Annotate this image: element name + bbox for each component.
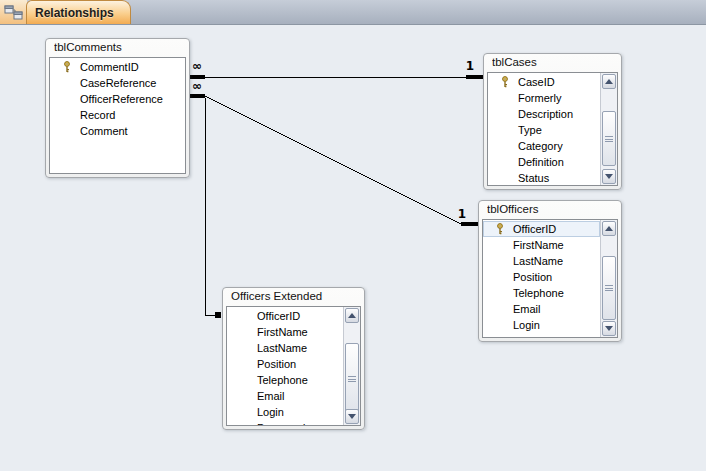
- field-name: Telephone: [257, 374, 308, 386]
- thumb-grip-icon: [348, 376, 356, 382]
- arrow-down-icon: [605, 174, 613, 179]
- field-row[interactable]: Password: [227, 420, 343, 426]
- field-row[interactable]: LastName: [483, 253, 600, 269]
- field-list-body: CommentID CaseReference OfficerReference…: [49, 57, 186, 174]
- arrow-down-icon: [348, 414, 356, 419]
- field-list-officers-extended[interactable]: Officers Extended OfficerID FirstName La…: [222, 287, 365, 430]
- field-name: Password: [513, 335, 561, 338]
- primary-key-icon: [494, 223, 506, 235]
- relationships-icon: [4, 4, 23, 21]
- scroll-up-button[interactable]: [345, 308, 359, 323]
- field-row[interactable]: Description: [488, 106, 600, 122]
- field-row[interactable]: Position: [483, 269, 600, 285]
- arrow-up-icon: [605, 226, 613, 231]
- field-name: Login: [513, 319, 540, 331]
- field-row[interactable]: CaseID: [488, 74, 600, 90]
- one-symbol-comments-cases: 1: [460, 60, 480, 72]
- vertical-scrollbar[interactable]: [600, 220, 617, 337]
- field-name: Password: [257, 422, 305, 426]
- field-name: Position: [257, 358, 296, 370]
- field-row[interactable]: FirstName: [483, 237, 600, 253]
- scrollbar-thumb[interactable]: [602, 111, 616, 166]
- field-row[interactable]: Comment: [50, 123, 185, 139]
- scroll-down-button[interactable]: [345, 409, 359, 424]
- field-row[interactable]: Definition: [488, 154, 600, 170]
- field-row-selected[interactable]: OfficerID: [483, 221, 600, 237]
- many-symbol-comments-cases: ∞: [188, 60, 206, 72]
- field-name: Definition: [518, 156, 564, 168]
- field-row[interactable]: Email: [227, 388, 343, 404]
- arrow-down-icon: [605, 326, 613, 331]
- field-name: OfficerReference: [80, 93, 163, 105]
- field-name: Description: [518, 108, 573, 120]
- field-name: CommentID: [80, 61, 139, 73]
- field-list-body: OfficerID FirstName LastName Position Te…: [482, 219, 618, 338]
- field-list-body: CaseID Formerly Description Type Categor…: [487, 72, 618, 186]
- scroll-up-button[interactable]: [602, 221, 616, 236]
- field-row[interactable]: Status: [488, 170, 600, 186]
- arrow-up-icon: [348, 313, 356, 318]
- arrow-up-icon: [605, 79, 613, 84]
- field-name: CaseID: [518, 76, 555, 88]
- field-row[interactable]: Formerly: [488, 90, 600, 106]
- primary-key-icon: [499, 76, 511, 88]
- one-symbol-comments-officers: 1: [452, 208, 472, 220]
- field-row[interactable]: FirstName: [227, 324, 343, 340]
- field-name: FirstName: [513, 239, 564, 251]
- field-list-tblOfficers[interactable]: tblOfficers OfficerID FirstName LastName…: [478, 200, 622, 342]
- many-symbol-comments-officers: ∞: [188, 80, 206, 92]
- field-name: CaseReference: [80, 77, 156, 89]
- field-name: OfficerID: [257, 310, 300, 322]
- field-name: Formerly: [518, 92, 561, 104]
- field-list-title[interactable]: tblOfficers: [487, 203, 617, 218]
- field-row[interactable]: CaseReference: [50, 75, 185, 91]
- field-list-tblComments[interactable]: tblComments CommentID CaseReference Offi…: [45, 38, 190, 178]
- field-row[interactable]: Category: [488, 138, 600, 154]
- scrollbar-thumb[interactable]: [602, 256, 616, 320]
- field-name: Login: [257, 406, 284, 418]
- field-row[interactable]: CommentID: [50, 59, 185, 75]
- field-row[interactable]: OfficerID: [227, 308, 343, 324]
- field-name: Email: [257, 390, 285, 402]
- field-row[interactable]: Position: [227, 356, 343, 372]
- field-row[interactable]: Login: [227, 404, 343, 420]
- field-list-title[interactable]: tblCases: [492, 56, 617, 71]
- field-row[interactable]: Email: [483, 301, 600, 317]
- field-row[interactable]: OfficerReference: [50, 91, 185, 107]
- field-name: LastName: [257, 342, 307, 354]
- tab-relationships[interactable]: Relationships: [26, 0, 131, 24]
- vertical-scrollbar[interactable]: [343, 307, 360, 425]
- field-list-title[interactable]: tblComments: [54, 41, 185, 56]
- field-name: Position: [513, 271, 552, 283]
- field-row[interactable]: LastName: [227, 340, 343, 356]
- field-name: Record: [80, 109, 115, 121]
- field-row[interactable]: Login: [483, 317, 600, 333]
- scroll-down-button[interactable]: [602, 169, 616, 184]
- thumb-grip-icon: [605, 285, 613, 291]
- field-name: Category: [518, 140, 563, 152]
- primary-key-icon: [61, 61, 73, 73]
- tab-relationships-label: Relationships: [35, 6, 114, 20]
- field-row[interactable]: Record: [50, 107, 185, 123]
- document-tab-bar: Relationships: [0, 0, 706, 25]
- field-list-tblCases[interactable]: tblCases CaseID Formerly Description Typ…: [483, 53, 622, 190]
- field-name: Comment: [80, 125, 128, 137]
- vertical-scrollbar[interactable]: [600, 73, 617, 185]
- scrollbar-thumb[interactable]: [345, 343, 359, 415]
- field-name: Email: [513, 303, 541, 315]
- field-name: LastName: [513, 255, 563, 267]
- field-row[interactable]: Type: [488, 122, 600, 138]
- thumb-grip-icon: [605, 136, 613, 142]
- scroll-up-button[interactable]: [602, 74, 616, 89]
- field-name: FirstName: [257, 326, 308, 338]
- field-list-title[interactable]: Officers Extended: [231, 290, 360, 305]
- field-row[interactable]: Telephone: [483, 285, 600, 301]
- field-row[interactable]: Telephone: [227, 372, 343, 388]
- field-list-body: OfficerID FirstName LastName Position Te…: [226, 306, 361, 426]
- scroll-down-button[interactable]: [602, 321, 616, 336]
- field-row[interactable]: Password: [483, 333, 600, 338]
- field-name: Status: [518, 172, 549, 184]
- field-name: Type: [518, 124, 542, 136]
- field-name: Telephone: [513, 287, 564, 299]
- field-name: OfficerID: [513, 223, 556, 235]
